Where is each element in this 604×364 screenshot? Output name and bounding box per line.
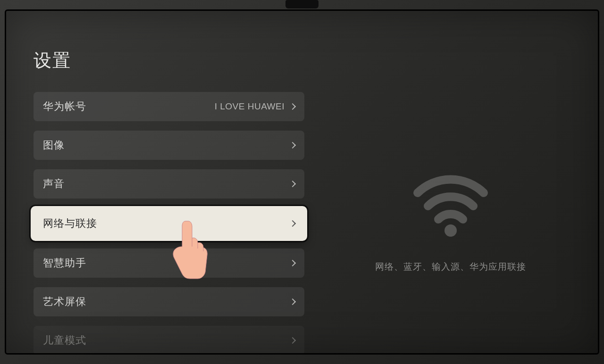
menu-item-label: 华为帐号: [43, 99, 86, 114]
menu-item-smart-assistant[interactable]: 智慧助手: [34, 248, 304, 278]
svg-point-0: [445, 224, 457, 237]
detail-pane: 网络、蓝牙、输入源、华为应用联接: [332, 96, 570, 325]
chevron-right-icon: [289, 337, 296, 344]
menu-item-sound[interactable]: 声音: [34, 169, 304, 199]
menu-item-huawei-account[interactable]: 华为帐号 I LOVE HUAWEI: [34, 92, 304, 121]
menu-item-picture[interactable]: 图像: [34, 131, 304, 160]
chevron-right-icon: [289, 260, 296, 266]
menu-item-label: 智慧助手: [43, 256, 86, 270]
page-title: 设置: [34, 49, 71, 73]
chevron-right-icon: [289, 142, 296, 149]
menu-item-child-mode[interactable]: 儿童模式: [34, 326, 304, 355]
menu-item-label: 声音: [43, 177, 65, 191]
chevron-right-icon: [289, 103, 296, 110]
menu-item-label: 图像: [43, 138, 65, 152]
settings-menu: 华为帐号 I LOVE HUAWEI 图像 声音 网络与联接 智慧助手 艺术屏保…: [34, 92, 304, 355]
menu-item-label: 网络与联接: [43, 216, 97, 231]
wifi-icon: [403, 148, 498, 242]
chevron-right-icon: [289, 298, 296, 305]
menu-item-value: I LOVE HUAWEI: [215, 101, 285, 112]
menu-item-network-connection[interactable]: 网络与联接: [31, 206, 307, 241]
menu-item-label: 儿童模式: [43, 333, 86, 347]
chevron-right-icon: [289, 220, 296, 227]
menu-item-label: 艺术屏保: [43, 295, 86, 309]
chevron-right-icon: [289, 181, 296, 187]
camera-notch: [285, 0, 319, 8]
tv-screen: 设置 华为帐号 I LOVE HUAWEI 图像 声音 网络与联接 智慧助手 艺…: [5, 9, 599, 355]
menu-item-art-screensaver[interactable]: 艺术屏保: [34, 287, 304, 316]
detail-description: 网络、蓝牙、输入源、华为应用联接: [375, 261, 526, 273]
